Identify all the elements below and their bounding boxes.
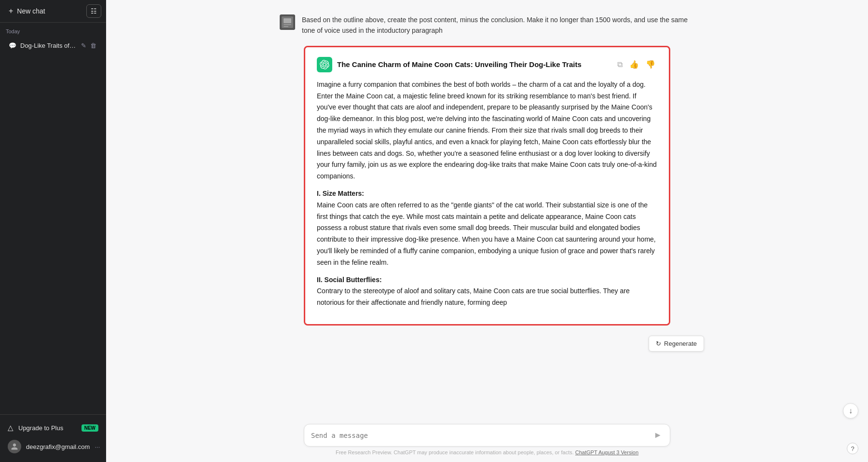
response-section2: II. Social Butterflies: Contrary to the … <box>317 274 657 309</box>
response-intro: Imagine a furry companion that combines … <box>317 79 657 182</box>
delete-chat-button[interactable]: 🗑 <box>89 41 97 50</box>
version-link[interactable]: ChatGPT August 3 Version <box>575 449 638 455</box>
send-button[interactable]: ► <box>652 429 663 441</box>
refresh-icon: ↻ <box>656 340 661 347</box>
more-icon: ··· <box>95 443 100 450</box>
new-chat-label: New chat <box>17 7 45 15</box>
sidebar-toggle-icon: ☷ <box>91 7 97 15</box>
conversation-area: Based on the outline above, create the p… <box>106 0 868 418</box>
thumbs-down-icon: 👎 <box>646 60 655 69</box>
thumbs-up-icon: 👍 <box>629 60 639 69</box>
message-input-wrapper: ► <box>304 424 670 447</box>
svg-rect-4 <box>284 26 288 27</box>
upgrade-badge: NEW <box>81 424 98 432</box>
user-email: deezgrafix@gmail.com <box>26 443 90 450</box>
user-profile-button[interactable]: deezgrafix@gmail.com ··· <box>3 436 103 457</box>
disclaimer-text: Free Research Preview. ChatGPT may produ… <box>336 449 574 455</box>
response-body: Imagine a furry companion that combines … <box>317 79 657 309</box>
scroll-down-icon: ↓ <box>849 407 853 415</box>
copy-response-button[interactable]: ⧉ <box>615 58 624 71</box>
gpt-logo <box>317 57 332 72</box>
gpt-response-wrapper: The Canine Charm of Maine Coon Cats: Unv… <box>270 41 704 330</box>
thumbs-up-button[interactable]: 👍 <box>627 58 641 71</box>
section2-text: Contrary to the stereotype of aloof and … <box>317 287 630 306</box>
user-avatar-inner <box>280 14 295 30</box>
today-section-label: Today <box>0 23 106 36</box>
chat-bubble-icon: 💬 <box>9 42 16 49</box>
sidebar: + New chat ☷ Today 💬 Dog-Like Traits of … <box>0 0 106 462</box>
user-message-text: Based on the outline above, create the p… <box>302 16 688 34</box>
new-chat-button[interactable]: + New chat <box>5 4 82 18</box>
plus-icon: + <box>9 7 13 15</box>
chat-item-label: Dog-Like Traits of Main <box>20 42 76 49</box>
section1-heading: I. Size Matters: <box>317 190 364 197</box>
regenerate-button[interactable]: ↻ Regenerate <box>649 336 704 352</box>
main-content: Based on the outline above, create the p… <box>106 0 868 462</box>
chat-item-actions: ✎ 🗑 <box>80 41 97 50</box>
section2-heading: II. Social Butterflies: <box>317 276 382 284</box>
response-title: The Canine Charm of Maine Coon Cats: Unv… <box>337 60 610 68</box>
sidebar-footer: △ Upgrade to Plus NEW deezgrafix@gmail.c… <box>0 414 106 462</box>
help-button[interactable]: ? <box>847 443 858 454</box>
gpt-response-header: The Canine Charm of Maine Coon Cats: Unv… <box>317 57 657 72</box>
sidebar-toggle-button[interactable]: ☷ <box>86 4 101 18</box>
input-area: ► Free Research Preview. ChatGPT may pro… <box>106 418 868 462</box>
message-input[interactable] <box>311 432 649 439</box>
upgrade-label: Upgrade to Plus <box>18 424 63 432</box>
scroll-down-button[interactable]: ↓ <box>843 403 858 419</box>
edit-chat-button[interactable]: ✎ <box>80 41 87 50</box>
gpt-response-box: The Canine Charm of Maine Coon Cats: Unv… <box>304 46 670 326</box>
help-icon: ? <box>851 445 854 452</box>
send-icon: ► <box>653 430 662 440</box>
avatar <box>8 440 21 453</box>
response-actions: ⧉ 👍 👎 <box>615 58 657 71</box>
footer-disclaimer: Free Research Preview. ChatGPT may produ… <box>336 447 638 459</box>
upgrade-icon: △ <box>8 423 14 432</box>
thumbs-down-button[interactable]: 👎 <box>644 58 657 71</box>
response-section1: I. Size Matters: Maine Coon cats are oft… <box>317 188 657 269</box>
svg-rect-2 <box>284 18 291 23</box>
section1-text: Maine Coon cats are often referred to as… <box>317 201 656 266</box>
copy-icon: ⧉ <box>617 60 623 69</box>
user-avatar <box>280 14 295 30</box>
svg-rect-3 <box>284 24 291 25</box>
user-message-row: Based on the outline above, create the p… <box>270 10 704 41</box>
regenerate-label: Regenerate <box>664 340 697 347</box>
sidebar-header: + New chat ☷ <box>0 0 106 23</box>
upgrade-button[interactable]: △ Upgrade to Plus NEW <box>3 420 103 436</box>
user-message-content: Based on the outline above, create the p… <box>302 14 694 36</box>
chat-item[interactable]: 💬 Dog-Like Traits of Main ✎ 🗑 <box>3 37 103 54</box>
